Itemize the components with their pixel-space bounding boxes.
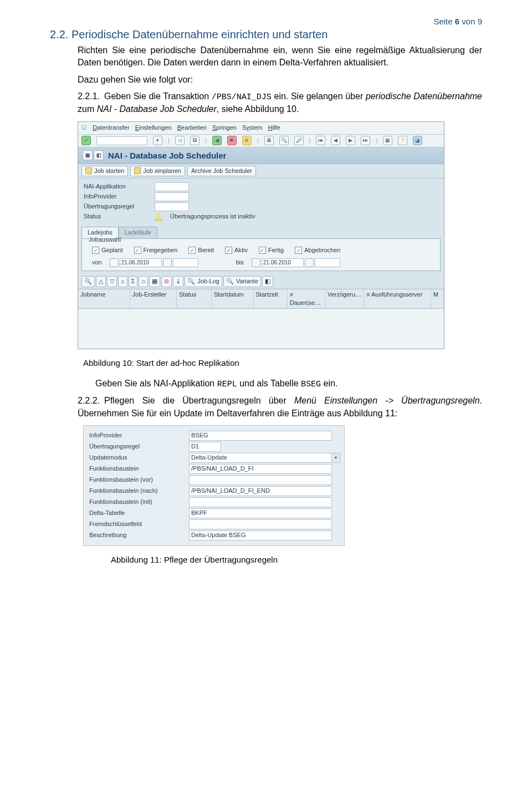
label-ubertragungsregel: Übertragungsregel bbox=[84, 202, 150, 211]
grid-refresh-button[interactable]: 🔍 bbox=[81, 276, 95, 287]
calendar-icon[interactable] bbox=[110, 258, 119, 267]
job-starten-button[interactable]: Job starten bbox=[81, 166, 128, 176]
col-startzeit[interactable]: Startzeit bbox=[254, 289, 288, 309]
time-icon[interactable] bbox=[305, 258, 314, 267]
delta-tabelle-field[interactable]: BKPF bbox=[189, 508, 332, 518]
label-ubertragungsregel2: Übertragungsregel bbox=[84, 442, 189, 451]
menu-springen[interactable]: Springen bbox=[212, 124, 237, 132]
infoprovider-field[interactable]: BSEG bbox=[189, 431, 332, 441]
check-mark-icon: ✓ bbox=[225, 247, 232, 254]
layout-icon[interactable]: ▦ bbox=[383, 136, 392, 145]
nav-cancel-icon[interactable]: ⊘ bbox=[242, 136, 252, 145]
row-funkbaustein: Funktionsbaustein/PBS/NAI_LOAD_D_FI bbox=[84, 463, 344, 474]
date-von-input[interactable]: 21.06.2010 bbox=[120, 258, 162, 267]
checkbox-bereit[interactable]: ✓Bereit bbox=[188, 246, 214, 254]
infoprovider-input[interactable] bbox=[155, 192, 189, 201]
label-von: von bbox=[92, 258, 102, 267]
menu-einstellungen[interactable]: Einstellungen bbox=[135, 124, 172, 132]
grid-filter-button[interactable]: ⌂ bbox=[118, 276, 127, 287]
prev-page-icon[interactable]: ◀ bbox=[331, 136, 340, 145]
col-m[interactable]: M bbox=[431, 289, 444, 309]
dropdown-arrow-icon[interactable]: ▾ bbox=[332, 453, 340, 463]
funkbaustein-field[interactable]: /PBS/NAI_LOAD_D_FI bbox=[189, 464, 332, 474]
title-icon-2[interactable]: ◧ bbox=[94, 150, 104, 160]
grid-extra-button[interactable]: ◧ bbox=[262, 276, 273, 287]
col-startdatum[interactable]: Startdatum bbox=[212, 289, 254, 309]
nav-back-icon[interactable]: ◀ bbox=[212, 136, 222, 145]
next-page-icon[interactable]: ▶ bbox=[346, 136, 355, 145]
date-bis-input[interactable]: 21.06.2010 bbox=[262, 258, 304, 267]
menu-system[interactable]: System bbox=[242, 124, 263, 132]
job-log-button[interactable]: 🔍Job-Log bbox=[185, 276, 222, 287]
checkbox-fertig[interactable]: ✓Fertig bbox=[259, 246, 284, 254]
save-icon[interactable]: 🖫 bbox=[190, 136, 200, 145]
menu-hilfe[interactable]: Hilfe bbox=[268, 124, 280, 132]
heading-text: Periodische Datenübernahme einrichten un… bbox=[71, 28, 328, 40]
code-bseg: BSEG bbox=[301, 380, 321, 389]
beschreibung-field[interactable]: Delta-Update BSEG bbox=[189, 530, 332, 540]
help-icon[interactable]: ? bbox=[398, 136, 407, 145]
step-221-text-d: , siehe Abbildung 10. bbox=[217, 104, 299, 114]
intro-paragraph-2: Dazu gehen Sie wie folgt vor: bbox=[78, 74, 482, 86]
sap-window-icon: ☑ bbox=[81, 124, 87, 132]
check-mark-icon: ✓ bbox=[188, 247, 196, 254]
last-page-icon[interactable]: ⏭ bbox=[361, 136, 370, 145]
ok-icon[interactable]: ◪ bbox=[413, 136, 422, 145]
checkbox-geplant-label: Geplant bbox=[101, 246, 123, 254]
grid-sum-button[interactable]: Σ bbox=[129, 276, 138, 287]
checkbox-geplant[interactable]: ✓Geplant bbox=[92, 246, 123, 254]
time-icon[interactable] bbox=[163, 258, 172, 267]
job-einplanen-button[interactable]: Job einplanen bbox=[130, 166, 185, 176]
grid-sort-button[interactable]: △ bbox=[96, 276, 106, 287]
funkbaustein-vor-field[interactable] bbox=[189, 475, 332, 485]
updatemodus-select[interactable]: Delta-Update bbox=[189, 453, 332, 463]
nai-app-input[interactable] bbox=[155, 182, 189, 191]
ubertragungsregel-field[interactable]: D1 bbox=[189, 442, 221, 452]
menu-datentransfer[interactable]: DDatentransferatentransfer bbox=[93, 124, 130, 132]
row-updatemodus: UpdatemodusDelta-Update▾ bbox=[84, 452, 344, 463]
funkbaustein-nach-field[interactable]: /PBS/NAI_LOAD_D_FI_END bbox=[189, 486, 332, 496]
grid-layout-button[interactable]: ▦ bbox=[149, 276, 160, 287]
check-icon[interactable]: ✓ bbox=[81, 136, 91, 145]
col-verzoegeru[interactable]: Verzögeru… bbox=[325, 289, 364, 309]
checkbox-aktiv-label: Aktiv bbox=[234, 246, 248, 254]
instruction-c: ein. bbox=[321, 379, 337, 388]
grid-sort-desc-button[interactable]: ▽ bbox=[107, 276, 117, 287]
status-checkbox-row: ✓Geplant ✓Freigegeben ✓Bereit ✓Aktiv ✓Fe… bbox=[92, 246, 437, 254]
funkbaustein-init-field[interactable] bbox=[189, 497, 332, 507]
checkbox-abgebrochen[interactable]: ✓Abgebrochen bbox=[295, 246, 340, 254]
grid-stop-button[interactable]: ⊘ bbox=[161, 276, 172, 287]
checkbox-aktiv[interactable]: ✓Aktiv bbox=[225, 246, 248, 254]
print-icon[interactable]: 🖶 bbox=[264, 136, 274, 145]
command-field[interactable] bbox=[96, 136, 147, 145]
ubertragungsregel-input[interactable] bbox=[155, 202, 189, 211]
variante-button[interactable]: 🔍Variante bbox=[223, 276, 261, 287]
menu-bearbeiten[interactable]: Bearbeiten bbox=[177, 124, 207, 132]
grid-export-button[interactable]: ⤓ bbox=[173, 276, 183, 287]
col-job-ersteller[interactable]: Job-Ersteller bbox=[130, 289, 177, 309]
nav-exit-icon[interactable]: ✖ bbox=[227, 136, 237, 145]
grid-subtotal-button[interactable]: ⌂ bbox=[139, 276, 148, 287]
row-ubertragungsregel: ÜbertragungsregelD1 bbox=[84, 441, 344, 452]
back-icon[interactable]: ◁ bbox=[175, 136, 185, 145]
find-icon[interactable]: 🔍 bbox=[279, 136, 289, 145]
step-221-text-a: Geben Sie die Transaktion bbox=[104, 91, 212, 101]
calendar-icon[interactable] bbox=[252, 258, 260, 267]
col-status[interactable]: Status bbox=[177, 289, 212, 309]
label-beschreibung: Beschreibung bbox=[84, 531, 189, 539]
dropdown-icon[interactable]: ▾ bbox=[153, 136, 162, 145]
title-icon-1[interactable]: ▦ bbox=[83, 150, 93, 160]
time-bis-input[interactable] bbox=[315, 258, 340, 267]
col-dauer[interactable]: ≡ Dauer(se… bbox=[288, 289, 325, 309]
col-jobname[interactable]: Jobname bbox=[78, 289, 130, 309]
label-funkbaustein-vor: Funktionsbaustein (vor) bbox=[84, 476, 189, 484]
sap-transfer-rules-screenshot: InfoProviderBSEG ÜbertragungsregelD1 Upd… bbox=[83, 425, 345, 546]
first-page-icon[interactable]: ⏮ bbox=[316, 136, 325, 145]
archive-job-scheduler-button[interactable]: Archive Job Scheduler bbox=[187, 166, 256, 176]
col-ausfuehrungsserver[interactable]: ≡ Ausführungsserver bbox=[364, 289, 431, 309]
find-next-icon[interactable]: 🔎 bbox=[294, 136, 304, 145]
time-von-input[interactable] bbox=[173, 258, 198, 267]
fremdschluesselfeld-field[interactable] bbox=[189, 519, 332, 529]
checkbox-freigegeben[interactable]: ✓Freigegeben bbox=[134, 246, 178, 254]
row-beschreibung: BeschreibungDelta-Update BSEG bbox=[84, 530, 344, 541]
